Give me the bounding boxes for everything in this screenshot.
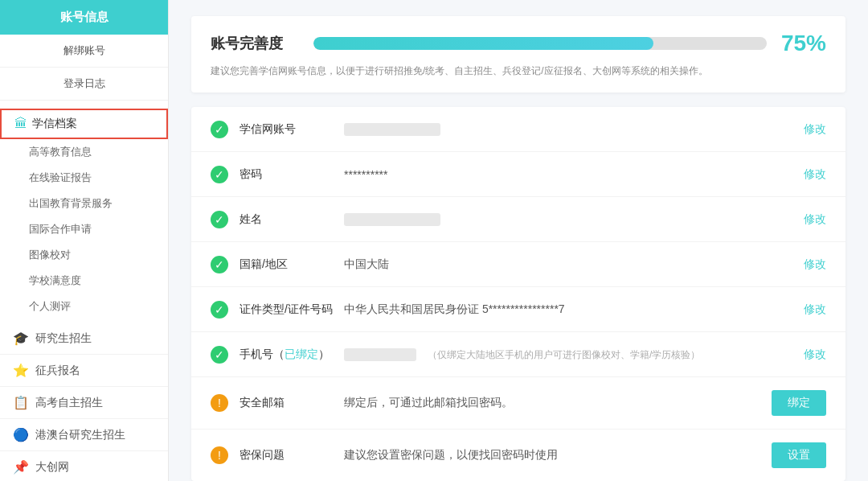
progress-bar-fill — [313, 37, 653, 50]
value-id: 中华人民共和国居民身份证 5****************7 — [344, 302, 804, 317]
sidebar-sub-item-overseas-edu[interactable]: 出国教育背景服务 — [0, 191, 168, 216]
sidebar-item-label-dachuang: 大创网 — [35, 460, 69, 475]
sidebar-sub-item-image-check[interactable]: 图像校对 — [0, 242, 168, 268]
status-icon-name: ✓ — [211, 211, 228, 228]
action-password[interactable]: 修改 — [804, 167, 826, 182]
sidebar-top-btn[interactable]: 账号信息 — [0, 0, 168, 35]
info-row-id: ✓ 证件类型/证件号码 中华人民共和国居民身份证 5**************… — [191, 287, 845, 332]
sidebar-item-label-military: 征兵报名 — [35, 364, 80, 378]
value-password: ********** — [344, 168, 804, 181]
action-account[interactable]: 修改 — [804, 122, 826, 137]
completeness-desc: 建议您完善学信网账号信息，以便于进行研招推免/统考、自主招生、兵役登记/应征报名… — [211, 64, 826, 78]
info-row-phone: ✓ 手机号（已绑定） （仅绑定大陆地区手机的用户可进行图像校对、学籍/学历核验）… — [191, 332, 845, 377]
action-security-question-button[interactable]: 设置 — [772, 442, 826, 468]
sidebar-item-label-gaokao: 高考自主招生 — [35, 396, 103, 410]
action-nationality[interactable]: 修改 — [804, 257, 826, 272]
value-email: 绑定后，可通过此邮箱找回密码。 — [344, 396, 772, 410]
sidebar-item-hk-macao[interactable]: 🔵 港澳台研究生招生 — [0, 419, 168, 451]
info-row-nationality: ✓ 国籍/地区 中国大陆 修改 — [191, 242, 845, 287]
value-security-question: 建议您设置密保问题，以便找回密码时使用 — [344, 448, 772, 462]
label-email: 安全邮箱 — [240, 396, 344, 410]
sidebar-item-unbind[interactable]: 解绑账号 — [0, 35, 168, 68]
info-row-name: ✓ 姓名 修改 — [191, 197, 845, 242]
sidebar-item-dachuang[interactable]: 📌 大创网 — [0, 451, 168, 481]
value-name — [344, 212, 804, 226]
value-nationality: 中国大陆 — [344, 257, 804, 272]
sidebar-item-label-hk-macao: 港澳台研究生招生 — [35, 428, 125, 442]
info-row-email: ! 安全邮箱 绑定后，可通过此邮箱找回密码。 绑定 — [191, 377, 845, 430]
sidebar-item-label-graduate: 研究生招生 — [35, 331, 92, 346]
label-nationality: 国籍/地区 — [240, 257, 344, 272]
dachuang-icon: 📌 — [13, 459, 29, 475]
sidebar-section-header-xuexin[interactable]: 🏛 学信档案 — [0, 109, 168, 139]
action-id[interactable]: 修改 — [804, 302, 826, 317]
action-name[interactable]: 修改 — [804, 212, 826, 227]
gaokao-icon: 📋 — [13, 395, 29, 410]
sidebar-section-xuexin: 🏛 学信档案 高等教育信息 在线验证报告 出国教育背景服务 国际合作申请 图像校… — [0, 101, 168, 323]
label-security-question: 密保问题 — [240, 448, 344, 462]
sidebar-sub-item-online-verify[interactable]: 在线验证报告 — [0, 165, 168, 191]
info-row-password: ✓ 密码 ********** 修改 — [191, 152, 845, 197]
action-email-button[interactable]: 绑定 — [772, 390, 826, 416]
status-icon-security-question: ! — [211, 446, 228, 464]
label-account: 学信网账号 — [240, 122, 344, 137]
main-content: 账号完善度 75% 建议您完善学信网账号信息，以便于进行研招推免/统考、自主招生… — [169, 0, 868, 481]
value-phone: （仅绑定大陆地区手机的用户可进行图像校对、学籍/学历核验） — [344, 347, 804, 362]
military-icon: ⭐ — [13, 363, 29, 378]
sidebar-item-graduate[interactable]: 🎓 研究生招生 — [0, 323, 168, 355]
completeness-card: 账号完善度 75% 建议您完善学信网账号信息，以便于进行研招推免/统考、自主招生… — [191, 16, 845, 92]
sidebar-item-military[interactable]: ⭐ 征兵报名 — [0, 355, 168, 387]
action-phone[interactable]: 修改 — [804, 347, 826, 362]
label-id: 证件类型/证件号码 — [240, 302, 344, 317]
status-icon-phone: ✓ — [211, 346, 228, 364]
sidebar-section-label-xuexin: 学信档案 — [32, 117, 77, 131]
bound-label: 已绑定 — [285, 347, 318, 360]
hk-macao-icon: 🔵 — [13, 427, 29, 442]
blurred-name — [344, 213, 440, 226]
status-icon-id: ✓ — [211, 301, 228, 319]
sidebar-item-login-log[interactable]: 登录日志 — [0, 68, 168, 101]
sidebar-item-gaokao[interactable]: 📋 高考自主招生 — [0, 387, 168, 419]
graduate-icon: 🎓 — [13, 331, 29, 346]
info-card: ✓ 学信网账号 修改 ✓ 密码 ********** 修改 ✓ 姓名 修改 ✓ … — [191, 107, 845, 481]
status-icon-account: ✓ — [211, 121, 228, 138]
phone-hint: （仅绑定大陆地区手机的用户可进行图像校对、学籍/学历核验） — [428, 349, 700, 360]
completeness-title: 账号完善度 — [211, 34, 283, 53]
progress-bar-wrap — [313, 37, 767, 50]
label-password: 密码 — [240, 167, 344, 182]
blurred-phone — [344, 348, 416, 361]
sidebar-sub-item-school-satisfaction[interactable]: 学校满意度 — [0, 268, 168, 294]
label-name: 姓名 — [240, 212, 344, 227]
info-row-security-question: ! 密保问题 建议您设置密保问题，以便找回密码时使用 设置 — [191, 430, 845, 481]
completeness-percent: 75% — [781, 31, 826, 56]
label-phone: 手机号（已绑定） — [240, 347, 344, 362]
archive-icon: 🏛 — [14, 117, 27, 131]
status-icon-email: ! — [211, 394, 228, 412]
sidebar: 账号信息 解绑账号 登录日志 🏛 学信档案 高等教育信息 在线验证报告 出国教育… — [0, 0, 169, 481]
value-account — [344, 122, 804, 136]
status-icon-password: ✓ — [211, 166, 228, 183]
sidebar-sub-item-intl-coop[interactable]: 国际合作申请 — [0, 216, 168, 242]
info-row-account: ✓ 学信网账号 修改 — [191, 107, 845, 152]
sidebar-sub-item-higher-edu[interactable]: 高等教育信息 — [0, 139, 168, 165]
sidebar-sub-item-personal-eval[interactable]: 个人测评 — [0, 294, 168, 319]
status-icon-nationality: ✓ — [211, 256, 228, 273]
blurred-account — [344, 123, 440, 136]
completeness-header: 账号完善度 75% — [211, 31, 826, 56]
